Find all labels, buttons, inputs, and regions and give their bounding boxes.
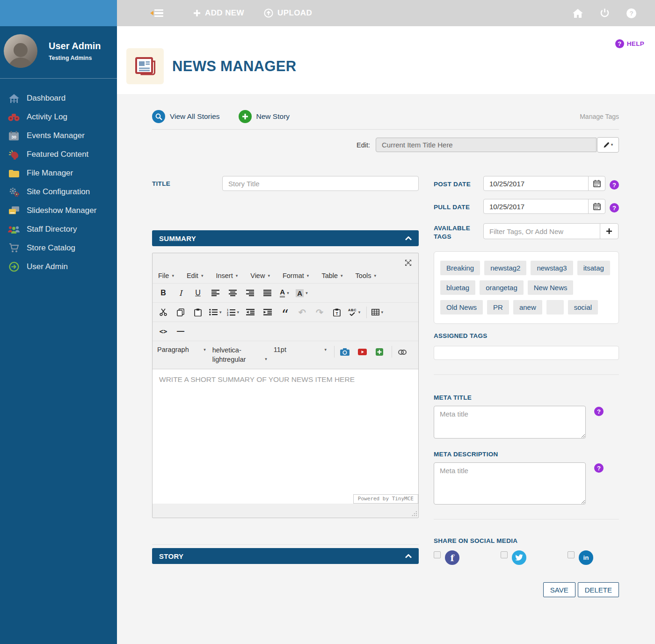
tag-chip[interactable]: itsatag xyxy=(577,261,610,275)
edit-item-dropdown-button[interactable]: ▾ xyxy=(597,137,619,153)
new-story-button[interactable]: New Story xyxy=(239,110,290,123)
justify-button[interactable] xyxy=(261,287,273,299)
linkedin-icon[interactable]: in xyxy=(579,550,593,565)
post-date-picker-button[interactable] xyxy=(588,176,605,191)
font-family-select[interactable]: helvetica-lightregular▾ xyxy=(212,346,267,364)
facebook-icon[interactable]: f xyxy=(445,550,459,565)
summary-editor-body[interactable]: WRITE A SHORT SUMMARY OF YOUR NEWS ITEM … xyxy=(153,369,418,504)
source-code-button[interactable]: <> xyxy=(157,325,169,337)
sidebar-item-events-manager[interactable]: 30 Events Manager xyxy=(0,126,117,145)
sidebar-item-user-admin[interactable]: User Admin xyxy=(0,257,117,276)
tag-chip[interactable]: New News xyxy=(528,280,574,295)
sidebar-item-activity-log[interactable]: Activity Log xyxy=(0,108,117,126)
insert-link-button[interactable] xyxy=(396,346,408,358)
post-date-input[interactable] xyxy=(483,176,589,191)
table-button[interactable]: ▾ xyxy=(371,306,383,318)
bold-button[interactable]: B xyxy=(157,287,169,299)
paste-as-text-button[interactable]: T xyxy=(331,306,343,318)
sidebar-item-dashboard[interactable]: Dashboard xyxy=(0,89,117,108)
tag-chip[interactable]: newstag2 xyxy=(484,261,526,275)
tag-chip-empty[interactable] xyxy=(546,300,564,315)
sidebar-item-store-catalog[interactable]: Store Catalog xyxy=(0,239,117,257)
twitter-icon[interactable] xyxy=(512,550,526,565)
sidebar-item-featured-content[interactable]: Featured Content xyxy=(0,145,117,164)
tag-chip[interactable]: newstag3 xyxy=(531,261,573,275)
paste-button[interactable] xyxy=(192,306,204,318)
meta-description-help-icon[interactable]: ? xyxy=(594,463,604,473)
story-title-input[interactable] xyxy=(222,176,419,191)
story-section-header[interactable]: STORY xyxy=(152,548,419,564)
meta-description-textarea[interactable] xyxy=(434,462,586,505)
fullscreen-button[interactable] xyxy=(402,256,414,269)
redo-button[interactable]: ↷ xyxy=(313,306,326,318)
underline-button[interactable]: U xyxy=(192,287,204,299)
resize-grip[interactable] xyxy=(412,511,417,516)
paragraph-format-select[interactable]: Paragraph▾ xyxy=(157,346,206,353)
help-button[interactable]: ? xyxy=(626,8,636,18)
twitter-checkbox[interactable] xyxy=(501,551,508,558)
menu-view[interactable]: View▾ xyxy=(250,272,270,279)
tag-chip[interactable]: Old News xyxy=(440,300,483,315)
menu-insert[interactable]: Insert▾ xyxy=(216,272,238,279)
powered-by-tinymce-badge[interactable]: Powered by TinyMCE xyxy=(353,494,418,504)
manage-tags-link[interactable]: Manage Tags xyxy=(580,113,619,120)
sidebar-item-staff-directory[interactable]: Staff Directory xyxy=(0,220,117,239)
upload-button[interactable]: UPLOAD xyxy=(264,8,312,18)
current-item-input[interactable] xyxy=(376,138,597,152)
undo-button[interactable]: ↶ xyxy=(296,306,308,318)
copy-button[interactable] xyxy=(175,306,187,318)
pull-date-picker-button[interactable] xyxy=(588,199,605,214)
spellcheck-button[interactable]: ABC▾ xyxy=(348,306,360,318)
sidebar-item-site-configuration[interactable]: Site Configuration xyxy=(0,183,117,201)
meta-title-textarea[interactable] xyxy=(434,406,586,439)
assigned-tags-box[interactable] xyxy=(434,346,619,360)
post-date-help-icon[interactable]: ? xyxy=(610,180,619,190)
italic-button[interactable]: I xyxy=(175,287,187,299)
tag-chip[interactable]: Breaking xyxy=(440,261,480,275)
sidebar-item-slideshow-manager[interactable]: Slideshow Manager xyxy=(0,201,117,220)
meta-title-help-icon[interactable]: ? xyxy=(594,407,604,416)
text-color-button[interactable]: A▾ xyxy=(278,287,291,299)
insert-video-button[interactable] xyxy=(356,346,368,358)
font-size-select[interactable]: 11pt▾ xyxy=(274,346,327,353)
tag-chip[interactable]: anew xyxy=(513,300,542,315)
tag-filter-input[interactable] xyxy=(483,223,600,239)
delete-button[interactable]: DELETE xyxy=(578,582,619,597)
summary-section-header[interactable]: SUMMARY xyxy=(152,230,419,246)
add-new-button[interactable]: ADD NEW xyxy=(193,8,244,18)
indent-button[interactable] xyxy=(262,306,274,318)
align-center-button[interactable] xyxy=(226,287,239,299)
cut-button[interactable] xyxy=(157,306,169,318)
insert-image-button[interactable] xyxy=(339,346,351,358)
menu-tools[interactable]: Tools▾ xyxy=(356,272,376,279)
tag-chip[interactable]: social xyxy=(568,300,598,315)
add-tag-button[interactable] xyxy=(600,223,619,239)
save-button[interactable]: SAVE xyxy=(543,582,575,597)
view-all-stories-button[interactable]: View All Stories xyxy=(152,110,220,123)
align-right-button[interactable] xyxy=(244,287,256,299)
blockquote-button[interactable]: “ xyxy=(279,306,291,318)
collapse-menu-button[interactable] xyxy=(148,8,163,18)
background-color-button[interactable]: A▾ xyxy=(296,287,308,299)
horizontal-rule-button[interactable]: — xyxy=(175,325,187,337)
home-button[interactable] xyxy=(573,9,583,18)
menu-file[interactable]: File▾ xyxy=(158,272,174,279)
logout-button[interactable] xyxy=(600,8,610,18)
facebook-checkbox[interactable] xyxy=(434,551,441,558)
insert-media-button[interactable] xyxy=(373,346,386,358)
linkedin-checkbox[interactable] xyxy=(568,551,575,558)
numbered-list-button[interactable]: 123▾ xyxy=(227,306,240,318)
menu-format[interactable]: Format▾ xyxy=(283,272,309,279)
sidebar-item-file-manager[interactable]: File Manager xyxy=(0,164,117,183)
pull-date-input[interactable] xyxy=(483,199,589,214)
menu-table[interactable]: Table▾ xyxy=(321,272,342,279)
tag-chip[interactable]: orangetag xyxy=(480,280,524,295)
align-left-button[interactable] xyxy=(209,287,221,299)
menu-edit[interactable]: Edit▾ xyxy=(187,272,204,279)
outdent-button[interactable] xyxy=(244,306,256,318)
pull-date-help-icon[interactable]: ? xyxy=(610,203,619,212)
page-help-link[interactable]: ? HELP xyxy=(615,39,644,48)
tag-chip[interactable]: bluetag xyxy=(440,280,475,295)
tag-chip[interactable]: PR xyxy=(487,300,509,315)
bullet-list-button[interactable]: ▾ xyxy=(209,306,222,318)
